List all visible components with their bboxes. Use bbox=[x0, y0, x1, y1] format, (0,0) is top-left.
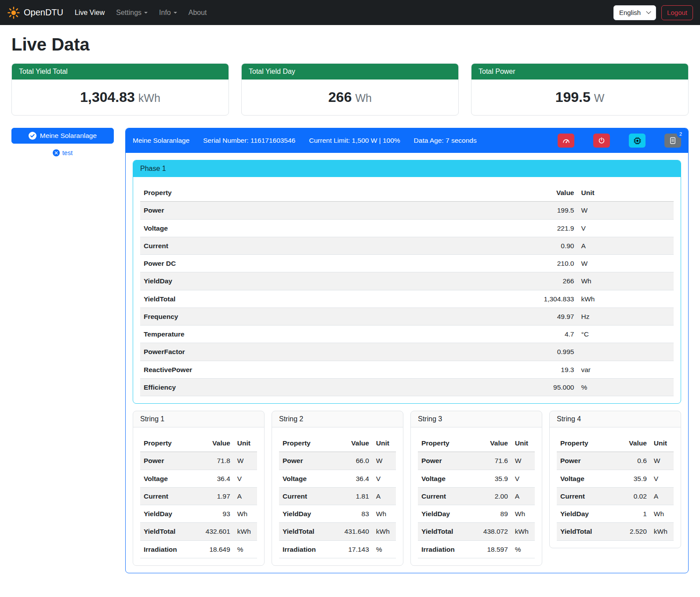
string-2-title: String 2 bbox=[272, 411, 403, 427]
row-value: 49.97 bbox=[402, 308, 577, 325]
phase-table: Property Value Unit Power 199.5 W bbox=[140, 184, 674, 396]
phase-title: Phase 1 bbox=[133, 160, 681, 177]
row-unit: V bbox=[234, 470, 257, 487]
table-row: YieldTotal 2.520 kWh bbox=[557, 523, 674, 540]
col-unit: Unit bbox=[373, 434, 396, 452]
table-header-row: Property Value Unit bbox=[418, 434, 535, 452]
row-unit: Wh bbox=[511, 505, 535, 523]
col-unit: Unit bbox=[577, 184, 674, 202]
table-row: YieldDay 93 Wh bbox=[140, 505, 257, 523]
row-unit: °C bbox=[577, 326, 674, 343]
nav-info[interactable]: Info bbox=[159, 9, 177, 17]
limit-settings-button[interactable] bbox=[558, 134, 574, 148]
table-row: YieldDay 1 Wh bbox=[557, 505, 674, 523]
page-title: Live Data bbox=[11, 35, 689, 54]
row-unit: Wh bbox=[234, 505, 257, 523]
table-row: Power 66.0 W bbox=[279, 452, 396, 470]
row-unit: A bbox=[650, 487, 674, 505]
row-property: ReactivePower bbox=[140, 361, 402, 378]
row-unit: Wh bbox=[373, 505, 396, 523]
string-3-table: Property Value Unit Power 71.6 bbox=[418, 434, 535, 558]
power-settings-button[interactable] bbox=[593, 134, 610, 148]
row-value: 18.597 bbox=[470, 540, 511, 558]
nav-about[interactable]: About bbox=[189, 9, 207, 17]
row-unit: A bbox=[577, 237, 674, 254]
row-property: Voltage bbox=[140, 219, 402, 237]
row-value: 93 bbox=[192, 505, 234, 523]
row-property: PowerFactor bbox=[140, 343, 402, 361]
row-property: Voltage bbox=[557, 470, 614, 487]
chevron-down-icon bbox=[144, 12, 148, 14]
row-property: Voltage bbox=[418, 470, 470, 487]
summary-card: Total Yield Day 266Wh bbox=[241, 63, 459, 116]
nav-info-label: Info bbox=[159, 9, 171, 17]
summary-card-title: Total Power bbox=[472, 64, 688, 80]
row-value: 0.02 bbox=[614, 487, 650, 505]
table-row: YieldTotal 1,304.833 kWh bbox=[140, 290, 674, 308]
row-unit: Hz bbox=[577, 308, 674, 325]
col-unit: Unit bbox=[511, 434, 535, 452]
event-log-button[interactable]: 2 bbox=[664, 134, 681, 148]
table-row: Voltage 35.9 V bbox=[557, 470, 674, 487]
row-property: Temperature bbox=[140, 326, 402, 343]
string-card-2: String 2 Property Value Unit bbox=[272, 411, 403, 566]
row-value: 35.9 bbox=[470, 470, 511, 487]
nav-settings[interactable]: Settings bbox=[116, 9, 148, 17]
row-value: 66.0 bbox=[331, 452, 373, 470]
inverter-select-label: Meine Solaranlage bbox=[40, 132, 97, 140]
table-row: Current 1.97 A bbox=[140, 487, 257, 505]
table-row: YieldDay 83 Wh bbox=[279, 505, 396, 523]
device-info-button[interactable] bbox=[629, 134, 646, 148]
logout-button[interactable]: Logout bbox=[661, 5, 693, 20]
table-row: Efficiency 95.000 % bbox=[140, 378, 674, 396]
table-row: YieldDay 266 Wh bbox=[140, 272, 674, 290]
inverter-limit: Current Limit: 1,500 W | 100% bbox=[309, 137, 400, 145]
row-value: 431.640 bbox=[331, 523, 373, 540]
inverter-select-button[interactable]: Meine Solaranlage bbox=[11, 128, 114, 144]
navbar: OpenDTU Live View Settings Info About En… bbox=[0, 0, 700, 25]
string-2-table: Property Value Unit Power 66.0 bbox=[279, 434, 396, 558]
table-row: Frequency 49.97 Hz bbox=[140, 308, 674, 325]
row-value: 19.3 bbox=[402, 361, 577, 378]
row-property: Power bbox=[279, 452, 331, 470]
brand[interactable]: OpenDTU bbox=[7, 6, 63, 19]
table-header-row: Property Value Unit bbox=[140, 184, 674, 202]
row-value: 210.0 bbox=[402, 255, 577, 272]
row-value: 4.7 bbox=[402, 326, 577, 343]
check-circle-icon bbox=[29, 132, 36, 140]
row-property: Frequency bbox=[140, 308, 402, 325]
row-property: YieldTotal bbox=[140, 523, 192, 540]
row-value: 71.8 bbox=[192, 452, 234, 470]
row-value: 0.995 bbox=[402, 343, 577, 361]
chevron-down-icon bbox=[646, 9, 651, 14]
row-value: 221.9 bbox=[402, 219, 577, 237]
row-unit: Wh bbox=[650, 505, 674, 523]
row-unit: W bbox=[577, 202, 674, 219]
summary-card-value: 199.5 bbox=[555, 89, 591, 105]
string-4-title: String 4 bbox=[550, 411, 681, 427]
inverter-item-test[interactable]: test bbox=[11, 149, 114, 156]
table-row: Voltage 36.4 V bbox=[279, 470, 396, 487]
language-select[interactable]: English bbox=[613, 5, 656, 20]
row-unit: kWh bbox=[373, 523, 396, 540]
row-property: YieldTotal bbox=[418, 523, 470, 540]
row-value: 1 bbox=[614, 505, 650, 523]
row-property: Power bbox=[140, 202, 402, 219]
table-row: Irradiation 17.143 % bbox=[279, 540, 396, 558]
summary-card-value: 266 bbox=[328, 89, 352, 105]
summary-card-value: 1,304.83 bbox=[80, 89, 135, 105]
row-unit: W bbox=[577, 255, 674, 272]
row-value: 36.4 bbox=[331, 470, 373, 487]
col-property: Property bbox=[418, 434, 470, 452]
summary-card-title: Total Yield Total bbox=[12, 64, 228, 80]
summary-card-unit: Wh bbox=[355, 92, 372, 104]
row-unit: % bbox=[577, 378, 674, 396]
row-value: 2.520 bbox=[614, 523, 650, 540]
table-row: Irradiation 18.597 % bbox=[418, 540, 535, 558]
col-value: Value bbox=[614, 434, 650, 452]
table-row: Power DC 210.0 W bbox=[140, 255, 674, 272]
nav-live-view[interactable]: Live View bbox=[75, 9, 105, 17]
row-value: 36.4 bbox=[192, 470, 234, 487]
string-4-table: Property Value Unit Power 0.6 W bbox=[557, 434, 674, 541]
inverter-data-age: Data Age: 7 seconds bbox=[414, 137, 477, 145]
